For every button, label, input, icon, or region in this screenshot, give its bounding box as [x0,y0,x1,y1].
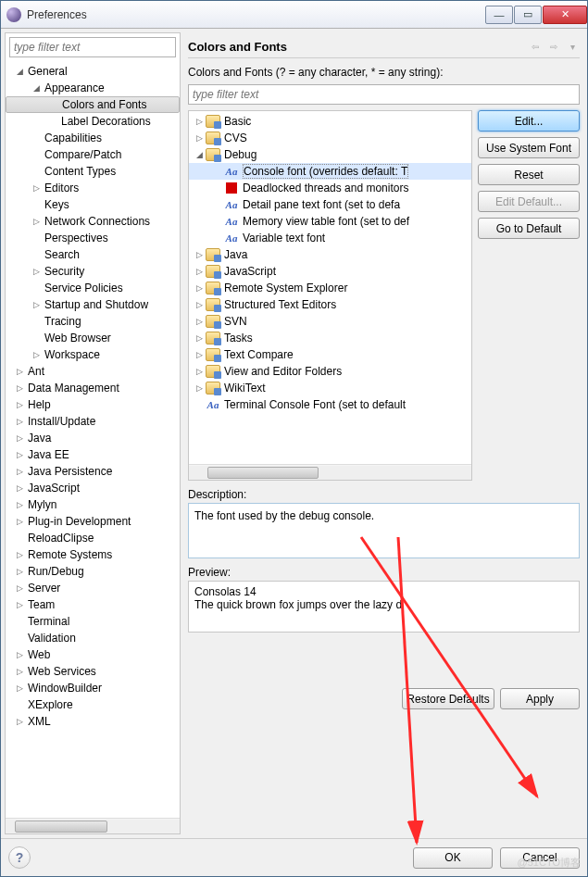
collapsed-icon[interactable]: ▷ [194,267,204,276]
collapsed-icon[interactable]: ▷ [15,583,24,593]
category-item[interactable]: ▷Java [6,430,180,446]
category-item[interactable]: ▷XML [6,713,180,730]
category-item[interactable]: Capabilities [6,130,180,146]
category-item[interactable]: Compare/Patch [6,146,180,163]
category-item[interactable]: XExplore [6,696,180,713]
font-tree[interactable]: ▷Basic▷CVS◢DebugAaConsole font (override… [189,111,471,464]
category-item[interactable]: ▷Workspace [6,346,180,363]
category-item[interactable]: ▷Data Management [6,380,180,396]
collapsed-icon[interactable]: ▷ [194,367,204,376]
collapsed-icon[interactable]: ▷ [31,267,41,276]
edit-default-button[interactable]: Edit Default... [478,191,580,212]
collapsed-icon[interactable]: ▷ [194,133,204,143]
collapsed-icon[interactable]: ▷ [194,300,204,309]
category-item[interactable]: Validation [6,630,180,646]
category-item[interactable]: ▷Team [6,596,180,613]
category-item[interactable]: ▷Web Services [6,663,180,680]
restore-defaults-button[interactable]: Restore Defaults [402,688,494,709]
collapsed-icon[interactable]: ▷ [15,500,24,509]
font-filter-input[interactable] [188,84,580,105]
titlebar[interactable]: Preferences — ▭ ✕ [1,1,587,29]
font-tree-item[interactable]: ▷View and Editor Folders [189,363,471,380]
menu-arrow-icon[interactable]: ▾ [565,40,580,55]
font-tree-item[interactable]: AaMemory view table font (set to def [189,213,471,230]
category-item[interactable]: ▷Security [6,263,180,280]
collapsed-icon[interactable]: ▷ [15,383,24,393]
collapsed-icon[interactable]: ▷ [15,717,24,726]
apply-button[interactable]: Apply [500,688,580,709]
ok-button[interactable]: OK [413,847,493,869]
collapsed-icon[interactable]: ▷ [15,650,24,659]
category-item[interactable]: Keys [6,196,180,213]
font-tree-item[interactable]: ▷Text Compare [189,346,471,363]
edit-button[interactable]: Edit... [478,110,580,132]
collapsed-icon[interactable]: ▷ [31,350,41,359]
forward-arrow-icon[interactable]: ⇨ [546,40,561,55]
collapsed-icon[interactable]: ▷ [15,467,24,476]
category-item[interactable]: ▷Remote Systems [6,546,180,563]
font-tree-scrollbar[interactable] [189,464,471,480]
category-item[interactable]: Web Browser [6,330,180,346]
collapsed-icon[interactable]: ▷ [15,400,24,409]
font-tree-item[interactable]: ▷Remote System Explorer [189,280,471,296]
collapsed-icon[interactable]: ▷ [194,333,204,343]
category-tree[interactable]: ◢General◢AppearanceColors and FontsLabel… [6,61,180,818]
collapsed-icon[interactable]: ▷ [15,433,24,443]
category-item[interactable]: ▷Ant [6,363,180,380]
font-tree-item[interactable]: ▷SVN [189,313,471,330]
category-item[interactable]: ▷Plug-in Development [6,513,180,530]
collapsed-icon[interactable]: ▷ [15,600,24,609]
category-item[interactable]: ▷Server [6,580,180,596]
collapsed-icon[interactable]: ▷ [194,383,204,393]
collapsed-icon[interactable]: ▷ [15,567,24,576]
expanded-icon[interactable]: ◢ [15,67,24,76]
font-tree-item[interactable]: ◢Debug [189,146,471,163]
collapsed-icon[interactable]: ▷ [31,300,41,309]
collapsed-icon[interactable]: ▷ [15,417,24,426]
category-item[interactable]: ReloadClipse [6,530,180,546]
category-item[interactable]: Perspectives [6,230,180,246]
expanded-icon[interactable]: ◢ [31,83,41,93]
back-arrow-icon[interactable]: ⇦ [528,40,543,55]
category-item[interactable]: Colors and Fonts [6,96,180,113]
collapsed-icon[interactable]: ▷ [194,117,204,126]
go-to-default-button[interactable]: Go to Default [478,218,580,239]
collapsed-icon[interactable]: ▷ [194,350,204,359]
reset-button[interactable]: Reset [478,164,580,185]
collapsed-icon[interactable]: ▷ [15,517,24,526]
font-tree-item[interactable]: ▷WikiText [189,380,471,396]
font-tree-item[interactable]: AaConsole font (overrides default: T [189,163,471,180]
collapsed-icon[interactable]: ▷ [15,550,24,559]
font-tree-item[interactable]: AaTerminal Console Font (set to default [189,396,471,413]
category-item[interactable]: ▷Java EE [6,446,180,463]
category-item[interactable]: ▷JavaScript [6,480,180,496]
category-item[interactable]: ▷Install/Update [6,413,180,430]
category-filter-input[interactable] [9,37,176,57]
collapsed-icon[interactable]: ▷ [15,367,24,376]
category-item[interactable]: Search [6,246,180,263]
category-item[interactable]: ▷Mylyn [6,496,180,513]
category-item[interactable]: ▷Web [6,646,180,663]
category-item[interactable]: ◢General [6,63,180,80]
font-tree-item[interactable]: ▷Java [189,246,471,263]
font-tree-item[interactable]: ▷JavaScript [189,263,471,280]
collapsed-icon[interactable]: ▷ [15,450,24,459]
use-system-font-button[interactable]: Use System Font [478,137,580,158]
category-item[interactable]: ▷Run/Debug [6,563,180,580]
font-tree-item[interactable]: ▷Structured Text Editors [189,296,471,313]
category-item[interactable]: Terminal [6,613,180,630]
collapsed-icon[interactable]: ▷ [194,283,204,293]
font-tree-item[interactable]: ▷Tasks [189,330,471,346]
minimize-button[interactable]: — [485,6,513,24]
horizontal-scrollbar[interactable] [6,818,180,833]
collapsed-icon[interactable]: ▷ [31,217,41,226]
category-item[interactable]: ▷Startup and Shutdow [6,296,180,313]
close-button[interactable]: ✕ [543,6,587,24]
category-item[interactable]: ▷Help [6,396,180,413]
font-tree-item[interactable]: ▷Basic [189,113,471,130]
collapsed-icon[interactable]: ▷ [194,317,204,326]
category-item[interactable]: ▷Network Connections [6,213,180,230]
collapsed-icon[interactable]: ▷ [15,667,24,676]
category-item[interactable]: Service Policies [6,280,180,296]
maximize-button[interactable]: ▭ [514,6,542,24]
